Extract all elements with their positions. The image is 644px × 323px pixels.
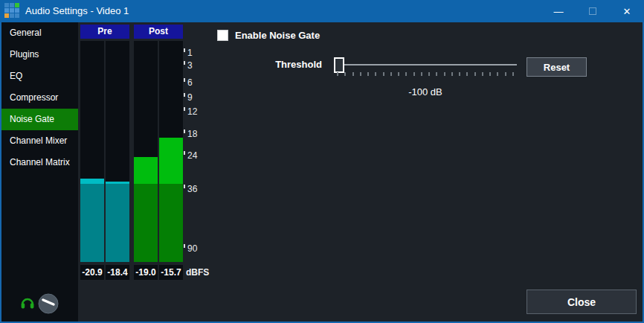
scale-tick-12: 12 (184, 106, 197, 118)
close-button[interactable]: Close (527, 290, 637, 314)
meter-bar-pre-2 (106, 41, 129, 262)
scale-tick-36: 36 (184, 183, 197, 195)
threshold-label: Threshold (253, 59, 322, 70)
meter-scale: 13691218243690 (184, 41, 215, 262)
meter-bar-pre-1 (80, 41, 104, 262)
meter-bar-post-1 (134, 41, 158, 262)
enable-noise-gate-checkbox[interactable] (217, 30, 228, 41)
window-title: Audio Settings - Video 1 (25, 0, 129, 22)
maximize-button (576, 0, 610, 22)
scale-tick-90: 90 (184, 243, 197, 255)
meter-header-pre: Pre (80, 25, 129, 39)
titlebar[interactable]: Audio Settings - Video 1 — ✕ (0, 0, 644, 22)
meter-header-post: Post (134, 25, 183, 39)
scale-tick-9: 9 (184, 92, 193, 103)
threshold-value: -100 dB (351, 86, 500, 97)
enable-noise-gate-label: Enable Noise Gate (235, 30, 320, 41)
threshold-slider-thumb[interactable] (334, 57, 344, 73)
sidebar-item-noise-gate[interactable]: Noise Gate (1, 109, 78, 130)
sidebar-item-compressor[interactable]: Compressor (1, 87, 78, 109)
scale-tick-24: 24 (184, 150, 197, 162)
threshold-slider-ticks (337, 72, 514, 77)
threshold-slider-track[interactable] (335, 64, 517, 65)
scale-tick-6: 6 (184, 77, 193, 89)
vmix-logo-icon (4, 3, 21, 19)
maximize-icon (589, 7, 596, 15)
scale-tick-1: 1 (184, 47, 193, 59)
headphones-monitor-icon[interactable] (20, 295, 35, 310)
minimize-button[interactable]: — (541, 0, 576, 22)
sidebar-item-channel-mixer[interactable]: Channel Mixer (1, 130, 78, 152)
audio-settings-window: Audio Settings - Video 1 — ✕ GeneralPlug… (0, 0, 644, 323)
headphone-volume-knob[interactable] (38, 293, 59, 314)
sidebar-item-channel-matrix[interactable]: Channel Matrix (1, 152, 78, 173)
meter-value: -15.7 (159, 265, 183, 280)
meter-unit-label: dBFS (186, 265, 209, 280)
settings-sidebar: GeneralPluginsEQCompressorNoise GateChan… (1, 22, 78, 322)
reset-button[interactable]: Reset (527, 57, 587, 77)
meter-value: -18.4 (106, 265, 129, 280)
meter-bar-post-2 (159, 41, 183, 262)
scale-tick-3: 3 (184, 60, 193, 71)
sidebar-item-eq[interactable]: EQ (1, 65, 78, 87)
scale-tick-18: 18 (184, 128, 197, 140)
sidebar-item-plugins[interactable]: Plugins (1, 44, 78, 65)
sidebar-item-general[interactable]: General (1, 22, 78, 44)
meter-value: -19.0 (134, 265, 158, 280)
meter-value: -20.9 (80, 265, 104, 280)
close-window-button[interactable]: ✕ (610, 0, 644, 22)
